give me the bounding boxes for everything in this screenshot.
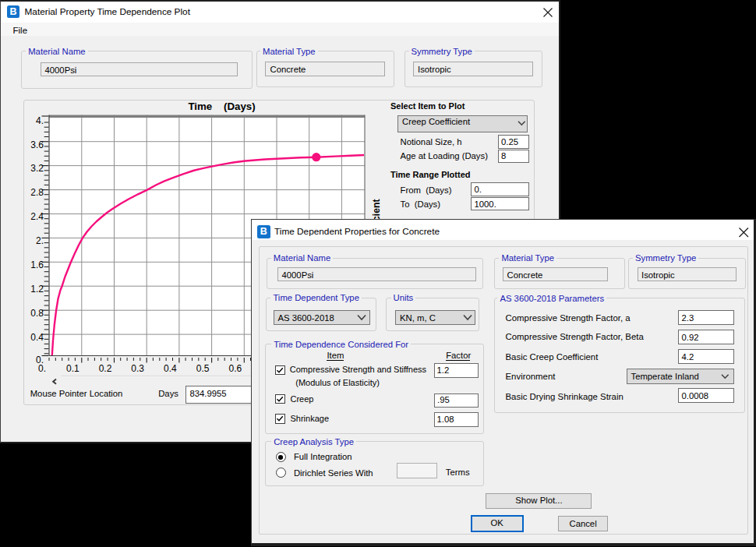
svg-text:0.3: 0.3 (131, 363, 144, 374)
svg-text:1.6: 1.6 (30, 259, 44, 270)
svg-text:0.6: 0.6 (228, 363, 242, 374)
svg-text:1.2: 1.2 (30, 284, 44, 295)
svg-text:2.4: 2.4 (30, 211, 44, 222)
svg-text:2.: 2. (36, 235, 44, 246)
svg-text:0.4: 0.4 (30, 332, 44, 343)
svg-text:4.: 4. (36, 115, 44, 126)
svg-text:3.6: 3.6 (30, 139, 44, 150)
svg-text:0.1: 0.1 (66, 363, 79, 374)
svg-text:2.8: 2.8 (30, 187, 44, 198)
svg-text:0.5: 0.5 (196, 363, 210, 374)
svg-text:0.2: 0.2 (99, 363, 112, 374)
svg-text:0.: 0. (38, 363, 46, 374)
svg-text:0.8: 0.8 (30, 308, 44, 319)
svg-text:3.2: 3.2 (30, 163, 44, 174)
svg-text:Time (Days): Time (Days) (188, 101, 255, 112)
svg-text:0.4: 0.4 (164, 363, 177, 374)
